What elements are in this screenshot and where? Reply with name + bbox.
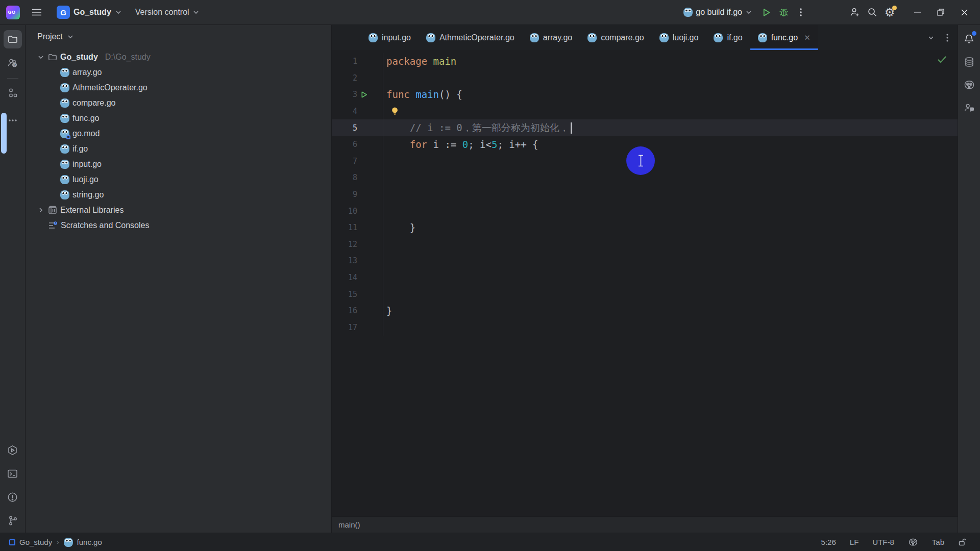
file-name: compare.go xyxy=(72,98,116,108)
kebab-icon xyxy=(946,34,948,42)
code-line-13[interactable]: 13 xyxy=(332,253,958,269)
nav-item-Go_study[interactable]: Go_study xyxy=(9,538,52,546)
unlock-icon xyxy=(958,538,967,546)
settings-button[interactable]: ⚙ xyxy=(881,4,898,21)
code-line-9[interactable]: 9 xyxy=(332,186,958,203)
breadcrumbs-bar: main() xyxy=(332,516,958,533)
git-tool-button[interactable] xyxy=(4,511,22,530)
tab-if.go[interactable]: if.go xyxy=(706,25,750,50)
commit-tool-button[interactable]: ? xyxy=(4,54,22,72)
gopher-face-icon xyxy=(964,80,975,90)
tab-input.go[interactable]: input.go xyxy=(361,25,419,50)
tree-file-AthmeticOperater.go[interactable]: AthmeticOperater.go xyxy=(26,80,331,95)
project-panel-header[interactable]: Project xyxy=(26,25,331,45)
go-file-icon xyxy=(587,33,597,42)
go-file-icon xyxy=(758,33,767,42)
go-file-icon xyxy=(369,33,378,42)
encoding-widget[interactable]: UTF-8 xyxy=(872,538,894,546)
tree-file-func.go[interactable]: func.go xyxy=(26,111,331,126)
lightbulb-icon[interactable] xyxy=(390,107,399,116)
main-area: ? Project xyxy=(0,25,980,533)
tree-root-Go_study[interactable]: Go_studyD:\Go_study xyxy=(26,49,331,65)
tree-file-compare.go[interactable]: compare.go xyxy=(26,95,331,111)
editor-tabbar: input.goAthmeticOperater.goarray.gocompa… xyxy=(332,25,958,50)
inspections-ok-badge[interactable] xyxy=(938,56,946,63)
mouse-click-highlight xyxy=(626,146,655,175)
text-caret xyxy=(571,122,572,134)
line-separator-widget[interactable]: LF xyxy=(850,538,859,546)
debug-button[interactable] xyxy=(775,4,792,21)
breadcrumb-scope[interactable]: main() xyxy=(338,520,360,529)
code-line-11[interactable]: 11 } xyxy=(332,219,958,236)
tree-file-input.go[interactable]: input.go xyxy=(26,157,331,172)
caret-position-widget[interactable]: 5:26 xyxy=(821,538,836,546)
tree-file-string.go[interactable]: string.go xyxy=(26,187,331,203)
services-icon xyxy=(7,445,18,456)
run-tool-button[interactable] xyxy=(4,441,22,459)
run-line-icon[interactable] xyxy=(360,91,368,98)
gopher-tool-button[interactable] xyxy=(960,76,978,94)
go-version-widget[interactable] xyxy=(908,538,918,546)
node-label: External Libraries xyxy=(60,206,124,215)
tab-luoji.go[interactable]: luoji.go xyxy=(652,25,706,50)
code-editor[interactable]: 1package main23func main() {45 // i := 0… xyxy=(332,50,958,516)
tab-array.go[interactable]: array.go xyxy=(522,25,580,50)
project-tool-button[interactable] xyxy=(4,30,22,48)
tab-options-button[interactable] xyxy=(940,29,954,46)
tree-file-if.go[interactable]: if.go xyxy=(26,141,331,157)
code-line-3[interactable]: 3func main() { xyxy=(332,86,958,103)
search-everywhere-button[interactable] xyxy=(864,4,881,21)
code-line-14[interactable]: 14 xyxy=(332,269,958,286)
tree-file-array.go[interactable]: array.go xyxy=(26,65,331,80)
vcs-widget[interactable]: Version control xyxy=(135,8,200,17)
tab-compare.go[interactable]: compare.go xyxy=(580,25,652,50)
run-configuration-selector[interactable]: go build if.go xyxy=(683,8,752,17)
restore-button[interactable] xyxy=(929,0,952,25)
close-window-button[interactable] xyxy=(952,0,976,25)
main-menu-button[interactable] xyxy=(28,4,45,21)
terminal-icon xyxy=(7,468,18,479)
gutter: 16 xyxy=(332,303,383,319)
minimize-button[interactable] xyxy=(905,0,929,25)
project-selector[interactable]: G Go_study xyxy=(57,6,122,19)
readonly-toggle[interactable] xyxy=(958,538,967,546)
notifications-button[interactable] xyxy=(960,30,978,48)
code-line-1[interactable]: 1package main xyxy=(332,53,958,70)
chevron-down-icon xyxy=(67,33,74,40)
tree-node-Scratches-and-Consoles[interactable]: Scratches and Consoles xyxy=(26,218,331,233)
go-file-icon xyxy=(60,160,69,169)
more-actions-button[interactable] xyxy=(792,4,810,21)
tree-file-luoji.go[interactable]: luoji.go xyxy=(26,172,331,187)
code-line-17[interactable]: 17 xyxy=(332,319,958,336)
code-line-5[interactable]: 5 // i := 0，第一部分称为初始化， xyxy=(332,119,958,136)
line-number: 3 xyxy=(332,90,357,99)
problems-tool-button[interactable] xyxy=(4,488,22,506)
code-line-4[interactable]: 4 xyxy=(332,103,958,120)
line-number: 5 xyxy=(332,123,357,133)
code-line-15[interactable]: 15 xyxy=(332,286,958,303)
code-with-me-button[interactable] xyxy=(846,4,864,21)
gutter: 14 xyxy=(332,269,383,286)
go-file-icon xyxy=(659,33,669,42)
chat-tool-button[interactable] xyxy=(960,98,978,117)
tree-node-External-Libraries[interactable]: External Libraries xyxy=(26,203,331,218)
tab-func.go[interactable]: func.go✕ xyxy=(750,25,818,50)
indent-widget[interactable]: Tab xyxy=(932,538,944,546)
nav-item-func.go[interactable]: func.go xyxy=(64,538,102,547)
tree-file-go.mod[interactable]: go.mod xyxy=(26,126,331,141)
line-number: 14 xyxy=(332,273,357,282)
close-tab-icon[interactable]: ✕ xyxy=(804,33,811,42)
hidden-tabs-button[interactable] xyxy=(924,29,938,46)
structure-tool-button[interactable] xyxy=(4,84,22,102)
code-line-2[interactable]: 2 xyxy=(332,70,958,87)
terminal-tool-button[interactable] xyxy=(4,464,22,483)
code-line-10[interactable]: 10 xyxy=(332,203,958,219)
code-line-16[interactable]: 16} xyxy=(332,303,958,319)
database-tool-button[interactable] xyxy=(960,53,978,71)
chevron-down-icon xyxy=(745,9,752,16)
line-number: 17 xyxy=(332,323,357,332)
code-line-12[interactable]: 12 xyxy=(332,236,958,253)
close-icon xyxy=(961,9,968,16)
run-button[interactable] xyxy=(757,4,775,21)
tab-AthmeticOperater.go[interactable]: AthmeticOperater.go xyxy=(419,25,522,50)
